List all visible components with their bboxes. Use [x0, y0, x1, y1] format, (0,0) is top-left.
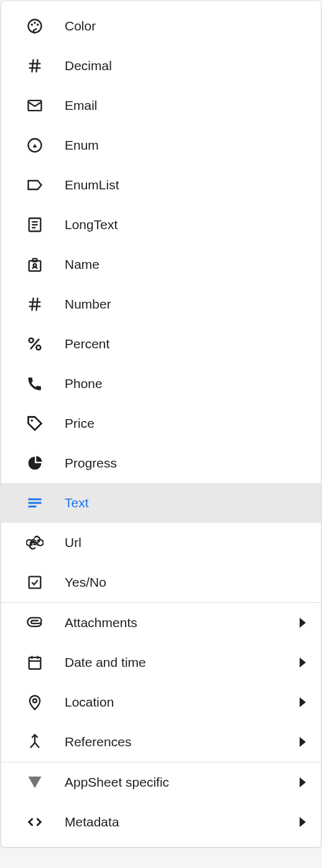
- svg-line-6: [32, 60, 33, 73]
- menu-item-label: Name: [65, 257, 306, 272]
- chevron-right-icon: [300, 737, 306, 747]
- hash-icon: [26, 296, 44, 313]
- svg-point-24: [36, 345, 40, 350]
- svg-line-22: [30, 339, 39, 349]
- menu-item-label: Price: [65, 416, 306, 431]
- menu-item-label: Enum: [65, 138, 306, 153]
- percent-icon: [26, 335, 44, 353]
- calendar-icon: [26, 654, 44, 671]
- svg-point-0: [29, 20, 42, 33]
- svg-rect-29: [29, 577, 41, 589]
- chevron-right-icon: [300, 817, 306, 827]
- menu-item-decimal[interactable]: Decimal: [1, 46, 321, 86]
- location-icon: [26, 694, 44, 711]
- menu-item-label: Decimal: [65, 58, 306, 73]
- email-icon: [26, 97, 44, 114]
- svg-point-3: [37, 24, 39, 26]
- code-icon: [26, 813, 44, 831]
- phone-icon: [26, 375, 44, 392]
- price-tag-icon: [26, 415, 44, 432]
- menu-item-references[interactable]: References: [1, 722, 321, 762]
- menu-item-label: Text: [65, 495, 306, 510]
- menu-item-label: EnumList: [65, 178, 306, 192]
- menu-item-label: Yes/No: [65, 575, 306, 590]
- svg-marker-10: [33, 144, 37, 148]
- type-menu: Color Decimal Email Enum EnumList LongTe…: [1, 1, 321, 847]
- svg-point-1: [31, 24, 34, 26]
- palette-icon: [26, 17, 44, 35]
- svg-line-21: [36, 298, 37, 311]
- menu-item-email[interactable]: Email: [1, 86, 321, 125]
- appsheet-icon: [26, 774, 44, 791]
- svg-point-23: [29, 338, 34, 343]
- menu-item-yesno[interactable]: Yes/No: [1, 563, 321, 602]
- chevron-right-icon: [300, 777, 306, 787]
- menu-item-enum[interactable]: Enum: [1, 125, 321, 165]
- chevron-right-icon: [300, 697, 306, 707]
- menu-item-longtext[interactable]: LongText: [1, 205, 321, 245]
- pie-icon: [26, 454, 44, 472]
- hash-icon: [26, 57, 44, 75]
- menu-item-price[interactable]: Price: [1, 404, 321, 443]
- svg-line-20: [32, 298, 33, 311]
- menu-item-location[interactable]: Location: [1, 682, 321, 722]
- svg-point-2: [34, 22, 36, 24]
- svg-rect-30: [29, 658, 41, 669]
- menu-item-metadata[interactable]: Metadata: [1, 802, 321, 842]
- text-icon: [26, 494, 44, 512]
- menu-item-datetime[interactable]: Date and time: [1, 643, 321, 682]
- menu-item-label: Number: [65, 297, 306, 312]
- menu-item-label: AppSheet specific: [65, 775, 300, 790]
- menu-item-appsheet[interactable]: AppSheet specific: [1, 762, 321, 802]
- merge-icon: [26, 733, 44, 751]
- menu-item-label: Date and time: [65, 655, 300, 670]
- menu-item-label: Email: [65, 98, 306, 113]
- checkbox-icon: [26, 574, 44, 591]
- tag-outline-icon: [26, 176, 44, 194]
- menu-item-label: Location: [65, 695, 300, 710]
- svg-point-34: [33, 699, 37, 703]
- menu-item-url[interactable]: Url: [1, 523, 321, 563]
- svg-rect-15: [29, 261, 41, 271]
- menu-item-label: Color: [65, 19, 306, 34]
- menu-item-enumlist[interactable]: EnumList: [1, 165, 321, 205]
- clock-icon: [26, 137, 44, 154]
- badge-icon: [26, 256, 44, 273]
- menu-item-label: Phone: [65, 376, 306, 391]
- menu-item-label: Percent: [65, 337, 306, 351]
- svg-line-7: [36, 60, 37, 73]
- attachment-icon: [26, 614, 44, 631]
- menu-item-label: Url: [65, 535, 306, 550]
- menu-item-label: LongText: [65, 217, 306, 232]
- menu-item-phone[interactable]: Phone: [1, 364, 321, 404]
- document-icon: [26, 216, 44, 233]
- menu-item-attachments[interactable]: Attachments: [1, 603, 321, 643]
- menu-item-text[interactable]: Text: [1, 483, 321, 523]
- menu-item-percent[interactable]: Percent: [1, 324, 321, 364]
- menu-item-color[interactable]: Color: [1, 6, 321, 46]
- menu-item-number[interactable]: Number: [1, 284, 321, 324]
- menu-item-label: Progress: [65, 456, 306, 471]
- menu-item-label: Metadata: [65, 815, 300, 830]
- chevron-right-icon: [300, 618, 306, 628]
- svg-point-25: [31, 420, 34, 422]
- svg-point-17: [34, 264, 37, 267]
- menu-item-label: References: [65, 735, 300, 749]
- link-icon: [26, 534, 44, 551]
- menu-item-name[interactable]: Name: [1, 245, 321, 284]
- chevron-right-icon: [300, 658, 306, 667]
- menu-item-progress[interactable]: Progress: [1, 443, 321, 483]
- menu-item-label: Attachments: [65, 615, 300, 630]
